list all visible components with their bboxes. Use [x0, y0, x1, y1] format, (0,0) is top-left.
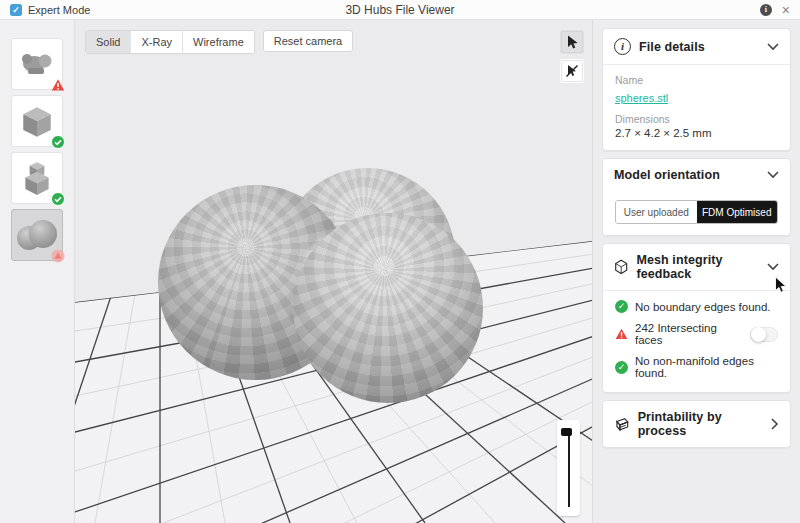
mesh-integrity-header[interactable]: Mesh integrity feedback: [603, 244, 790, 290]
model-orientation-header[interactable]: Model orientation: [603, 159, 790, 191]
mesh-check-text: No non-manifold edges found.: [635, 355, 778, 379]
warning-badge-icon: [51, 78, 65, 92]
details-panel: i File details Name spheres.stl Dimensio…: [592, 20, 800, 523]
zoom-slider[interactable]: [557, 420, 580, 516]
success-check-icon: ✓: [615, 361, 628, 374]
select-cursor-tool[interactable]: [560, 30, 584, 54]
cursor-disabled-icon: [565, 64, 579, 78]
chevron-down-icon: [767, 263, 779, 271]
wireframe-view-button[interactable]: Wireframe: [182, 31, 254, 53]
model-thumbnail-3[interactable]: [11, 152, 63, 204]
intersecting-faces-toggle[interactable]: [750, 327, 778, 342]
success-badge-icon: [51, 192, 65, 206]
model-preview-spheres: [17, 220, 57, 250]
file-name-link[interactable]: spheres.stl: [615, 92, 668, 104]
file-details-title: File details: [639, 40, 705, 54]
chevron-down-icon: [767, 43, 779, 51]
name-label: Name: [615, 74, 778, 86]
success-badge-icon: [51, 135, 65, 149]
file-info-icon: i: [614, 38, 631, 55]
info-icon[interactable]: i: [760, 4, 772, 16]
tool-column: [560, 30, 584, 83]
mesh-integrity-title: Mesh integrity feedback: [636, 253, 759, 281]
success-check-icon: ✓: [615, 300, 628, 313]
model-orientation-card: Model orientation User uploaded FDM Opti…: [602, 158, 791, 236]
window-title: 3D Hubs File Viewer: [0, 3, 800, 17]
viewer-3d-canvas[interactable]: Solid X-Ray Wireframe Reset camera: [75, 20, 592, 523]
top-bar: ✓ Expert Mode 3D Hubs File Viewer i ×: [0, 0, 800, 20]
printability-title: Printability by process: [638, 410, 763, 438]
orientation-segmented-control: User uploaded FDM Optimised: [615, 200, 778, 224]
printability-header[interactable]: Printability by process: [603, 401, 790, 447]
mesh-check-text: No boundary edges found.: [635, 301, 771, 313]
warning-muted-badge-icon: [51, 249, 65, 263]
segment-fdm-optimised[interactable]: FDM Optimised: [697, 201, 778, 223]
mesh-warning-row: 242 Intersecting faces: [615, 322, 778, 346]
file-details-header[interactable]: i File details: [603, 29, 790, 64]
model-thumbnail-sidebar: [0, 20, 75, 523]
printability-icon: [614, 416, 630, 433]
chevron-right-icon: [771, 418, 779, 430]
reset-camera-button[interactable]: Reset camera: [263, 30, 353, 52]
model-preview-complex: [17, 47, 57, 81]
zoom-slider-handle[interactable]: [561, 428, 572, 436]
printability-card: Printability by process: [602, 400, 791, 448]
dimensions-label: Dimensions: [615, 113, 778, 125]
model-thumbnail-1[interactable]: [11, 38, 63, 90]
deselect-cursor-tool[interactable]: [560, 59, 584, 83]
chevron-down-icon: [767, 171, 779, 179]
mesh-integrity-card: Mesh integrity feedback ✓ No boundary ed…: [602, 243, 791, 393]
file-details-card: i File details Name spheres.stl Dimensio…: [602, 28, 791, 151]
zoom-slider-track: [568, 429, 570, 507]
cube-wireframe-icon: [614, 258, 628, 276]
close-icon[interactable]: ×: [782, 4, 790, 16]
mesh-check-row: ✓ No non-manifold edges found.: [615, 355, 778, 379]
mesh-check-row: ✓ No boundary edges found.: [615, 300, 778, 313]
view-mode-toolbar: Solid X-Ray Wireframe Reset camera: [85, 30, 353, 54]
app-window: ✓ Expert Mode 3D Hubs File Viewer i ×: [0, 0, 800, 523]
sphere-front: [293, 213, 483, 403]
toggle-knob: [751, 327, 766, 342]
mesh-warning-text: 242 Intersecting faces: [635, 322, 743, 346]
solid-view-button[interactable]: Solid: [86, 31, 130, 53]
model-thumbnail-4[interactable]: [11, 209, 63, 261]
segment-user-uploaded[interactable]: User uploaded: [616, 201, 697, 223]
dimensions-value: 2.7 × 4.2 × 2.5 mm: [615, 127, 778, 139]
xray-view-button[interactable]: X-Ray: [130, 31, 182, 53]
warning-triangle-icon: [615, 328, 628, 340]
cursor-arrow-icon: [566, 35, 579, 50]
model-thumbnail-2[interactable]: [11, 95, 63, 147]
model-orientation-title: Model orientation: [614, 168, 720, 182]
